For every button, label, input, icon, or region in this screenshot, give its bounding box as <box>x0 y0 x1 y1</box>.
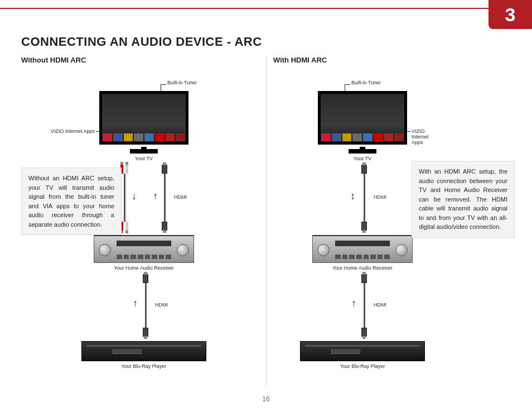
right-callout: With an HDMI ARC setup, the audio connec… <box>412 161 515 238</box>
left-heading: Without HDMI ARC <box>21 56 267 64</box>
label-hdmi-2: HDMI <box>374 302 386 308</box>
leader <box>345 84 345 91</box>
up-arrow-icon: ↑ <box>153 190 158 202</box>
tv-illustration <box>99 91 188 149</box>
label-hdmi-2: HDMI <box>155 302 168 308</box>
receiver-illustration <box>94 235 194 263</box>
hdmi-cable-top <box>361 165 367 231</box>
bluray-illustration <box>300 341 425 361</box>
right-heading: With HDMI ARC <box>273 56 519 64</box>
label-built-in-tuner: Built-in Tuner <box>351 80 381 85</box>
label-your-tv: Your TV <box>71 156 216 161</box>
hdmi-cable-bottom <box>361 274 367 337</box>
label-receiver: Your Home Audio Receiver <box>290 265 435 271</box>
bluray-illustration <box>81 341 206 361</box>
label-vizio-apps: VIZIO Internet Apps <box>50 128 95 134</box>
label-hdmi-1: HDMI <box>174 194 187 200</box>
label-bluray: Your Blu-Ray Player <box>290 363 435 369</box>
up-arrow-icon: ↑ <box>351 298 356 309</box>
page-number: 16 <box>0 395 532 403</box>
leader <box>161 84 161 91</box>
left-callout: Without an HDMI ARC setup, your TV will … <box>21 167 122 235</box>
leader <box>161 84 166 85</box>
label-hdmi-1: HDMI <box>374 194 386 200</box>
label-bluray: Your Blu-Ray Player <box>71 363 216 369</box>
tv-illustration <box>318 91 407 149</box>
label-vizio-apps: VIZIO Internet Apps <box>412 128 435 145</box>
chapter-tab: 3 <box>489 0 532 29</box>
up-arrow-icon: ↑ <box>133 298 138 309</box>
hdmi-cable-bottom <box>143 274 148 337</box>
rca-cable <box>120 165 128 231</box>
up-down-arrow-icon: ↕ <box>350 190 355 202</box>
hdmi-cable-top <box>162 165 167 231</box>
top-red-line <box>0 8 532 9</box>
down-arrow-icon: ↓ <box>132 190 137 202</box>
leader <box>345 84 350 85</box>
page-title: CONNECTING AN AUDIO DEVICE - ARC <box>21 35 262 49</box>
label-built-in-tuner: Built-in Tuner <box>167 80 197 85</box>
label-receiver: Your Home Audio Receiver <box>71 265 216 271</box>
receiver-illustration <box>312 235 413 263</box>
